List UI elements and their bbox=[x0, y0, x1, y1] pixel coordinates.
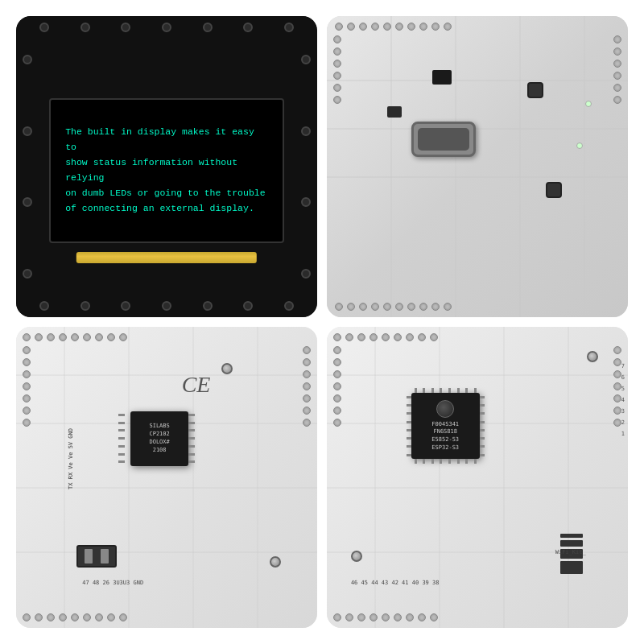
pin-hole bbox=[301, 55, 311, 64]
pin bbox=[480, 437, 485, 440]
pin-hole bbox=[243, 23, 253, 32]
pin-num: 5 bbox=[621, 386, 625, 392]
led-dot-1 bbox=[576, 142, 583, 149]
hole-col-left-br bbox=[333, 346, 341, 427]
pin bbox=[440, 459, 442, 464]
hole bbox=[444, 23, 452, 31]
pin-hole bbox=[121, 301, 130, 311]
oled-screen: The built in display makes it easy to sh… bbox=[49, 98, 284, 243]
chip-pin bbox=[188, 445, 195, 448]
pin-holes-right bbox=[301, 16, 311, 317]
hole bbox=[23, 358, 31, 366]
panel-cp2102: SILABS CP2102 DOLOX# 2108 bbox=[16, 327, 317, 628]
chip-pin bbox=[188, 437, 195, 440]
hole bbox=[119, 333, 127, 341]
hole bbox=[59, 333, 67, 341]
screw-br-1 bbox=[587, 351, 598, 362]
hole bbox=[369, 613, 378, 621]
hole bbox=[383, 303, 391, 311]
hole bbox=[359, 23, 367, 31]
pin bbox=[407, 445, 411, 448]
pin-hole bbox=[301, 269, 311, 279]
hole bbox=[382, 333, 390, 341]
pin bbox=[480, 429, 485, 431]
antenna-bar-2 bbox=[560, 540, 583, 547]
hole bbox=[430, 613, 438, 621]
pin bbox=[431, 459, 434, 464]
chip-cp2102: SILABS CP2102 DOLOX# 2108 bbox=[130, 411, 188, 466]
hole bbox=[613, 96, 621, 104]
pin-num: 2 bbox=[621, 419, 625, 426]
esp32-pins-bottom bbox=[411, 459, 480, 464]
main-grid: The built in display makes it easy to sh… bbox=[0, 0, 644, 644]
hole bbox=[419, 303, 427, 311]
pin-hole bbox=[162, 301, 171, 311]
chip-pin bbox=[118, 445, 125, 448]
hole bbox=[383, 23, 391, 31]
hole bbox=[407, 23, 415, 31]
jst-pin bbox=[85, 549, 93, 564]
hole bbox=[345, 613, 353, 621]
pin bbox=[407, 454, 411, 456]
hole bbox=[107, 333, 115, 341]
pin-hole bbox=[203, 23, 213, 32]
hole bbox=[107, 613, 115, 621]
chip-pin bbox=[118, 414, 125, 416]
usbc-port bbox=[411, 122, 476, 157]
hole bbox=[431, 303, 440, 311]
oled-outer: The built in display makes it easy to sh… bbox=[16, 16, 317, 317]
chip-pin bbox=[188, 453, 195, 456]
hole bbox=[303, 394, 311, 402]
hole bbox=[23, 346, 31, 354]
chip-pin bbox=[188, 429, 195, 431]
hole bbox=[347, 23, 355, 31]
pin bbox=[407, 396, 411, 398]
hole bbox=[406, 613, 414, 621]
hole bbox=[303, 382, 311, 390]
hole-col-right bbox=[613, 35, 621, 104]
hole-row-bottom bbox=[335, 303, 452, 311]
hole bbox=[333, 35, 341, 43]
hole bbox=[430, 333, 438, 341]
pin-hole bbox=[39, 23, 49, 32]
hole bbox=[47, 333, 55, 341]
pin-hole bbox=[301, 197, 311, 207]
pin-hole bbox=[301, 126, 311, 136]
hole bbox=[359, 303, 367, 311]
oled-text: The built in display makes it easy to sh… bbox=[65, 125, 268, 217]
hole bbox=[71, 333, 79, 341]
chip-small-1 bbox=[432, 70, 452, 85]
hole bbox=[333, 333, 341, 341]
pin-num: 3 bbox=[621, 408, 625, 415]
pin bbox=[480, 396, 485, 398]
hole bbox=[303, 407, 311, 415]
pcb-numbers-br: 46 45 44 43 42 41 40 39 38 bbox=[351, 580, 440, 586]
hole bbox=[371, 23, 379, 31]
pin-num: 7 bbox=[621, 363, 625, 369]
hole bbox=[333, 358, 341, 366]
chip-cp2102-text: SILABS CP2102 DOLOX# 2108 bbox=[149, 423, 169, 454]
side-numbers-right: 7 6 5 4 3 2 1 bbox=[621, 363, 625, 437]
hole bbox=[345, 333, 353, 341]
hole bbox=[83, 333, 91, 341]
hole bbox=[357, 333, 365, 341]
hole-col-right-br bbox=[613, 346, 621, 427]
pin-hole bbox=[80, 301, 90, 311]
pcb-label-tx: TX RX Ve Ve 5V GND bbox=[68, 428, 74, 489]
hole bbox=[369, 333, 378, 341]
hole bbox=[431, 23, 440, 31]
hole bbox=[382, 613, 390, 621]
pin bbox=[480, 412, 485, 415]
hole bbox=[23, 333, 31, 341]
hole bbox=[347, 303, 355, 311]
chip-small-2 bbox=[387, 106, 402, 118]
hole bbox=[613, 382, 621, 390]
pin-hole bbox=[243, 301, 253, 311]
chip-pin bbox=[118, 453, 125, 456]
hole bbox=[613, 47, 621, 56]
pin bbox=[415, 388, 417, 393]
hole-row-bottom-bl bbox=[23, 613, 127, 621]
hole bbox=[335, 303, 343, 311]
hole bbox=[95, 333, 103, 341]
pin-num: 4 bbox=[621, 397, 625, 403]
